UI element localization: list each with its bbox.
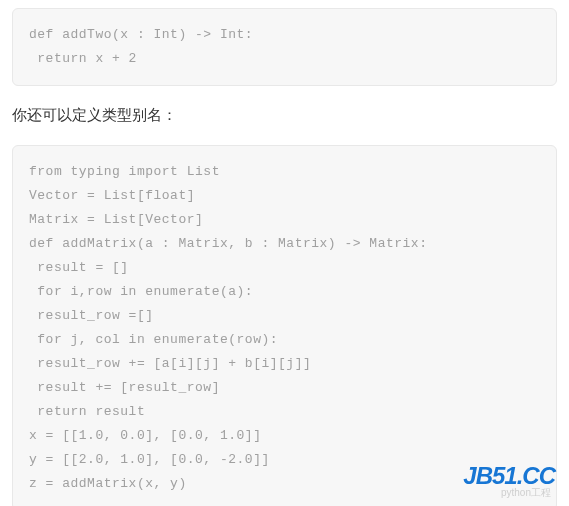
code-line: x = [[1.0, 0.0], [0.0, 1.0]]	[29, 424, 540, 448]
code-line: def addMatrix(a : Matrix, b : Matrix) ->…	[29, 232, 540, 256]
code-line: from typing import List	[29, 160, 540, 184]
code-block-1: def addTwo(x : Int) -> Int: return x + 2	[12, 8, 557, 86]
code-line: Matrix = List[Vector]	[29, 208, 540, 232]
code-block-2: from typing import List Vector = List[fl…	[12, 145, 557, 507]
code-line: result_row += [a[i][j] + b[i][j]]	[29, 352, 540, 376]
code-line: for i,row in enumerate(a):	[29, 280, 540, 304]
code-line: result_row =[]	[29, 304, 540, 328]
code-line: result = []	[29, 256, 540, 280]
code-line: return result	[29, 400, 540, 424]
code-line: def addTwo(x : Int) -> Int:	[29, 23, 540, 47]
code-line: result += [result_row]	[29, 376, 540, 400]
paragraph-type-alias: 你还可以定义类型别名：	[12, 104, 557, 127]
code-line: for j, col in enumerate(row):	[29, 328, 540, 352]
code-line: return x + 2	[29, 47, 540, 71]
code-line: Vector = List[float]	[29, 184, 540, 208]
watermark-subtext: python工程	[501, 486, 551, 500]
